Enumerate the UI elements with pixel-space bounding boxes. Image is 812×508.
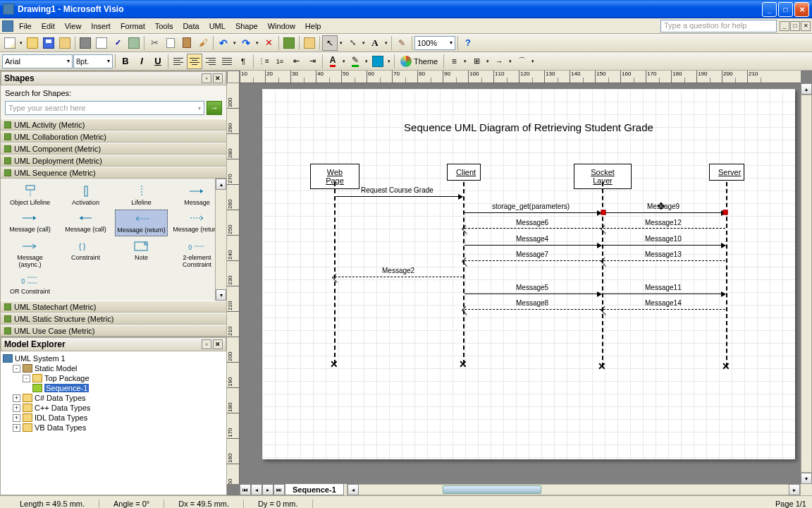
selection-endpoint[interactable] (723, 210, 728, 215)
horizontal-scrollbar[interactable]: ◂ ▸ (347, 484, 801, 495)
vertical-ruler[interactable]: 3002902802702602502402302202102001901801… (227, 83, 240, 484)
menu-file[interactable]: File (14, 20, 37, 32)
model-explorer-autohide-button[interactable]: ▫ (202, 339, 211, 349)
spelling-button[interactable]: ✓ (110, 35, 125, 51)
selection-endpoint[interactable] (601, 210, 606, 215)
shape-master[interactable]: Message (async.) (4, 238, 56, 270)
connector-tool-button[interactable]: ⤡ (345, 35, 360, 51)
align-justify-button[interactable] (219, 54, 235, 69)
maximize-button[interactable]: □ (778, 2, 793, 17)
tree-idl-types[interactable]: +IDL Data Types (3, 413, 224, 423)
message-arrow[interactable] (335, 196, 462, 197)
redo-button[interactable]: ↶ (238, 35, 254, 51)
stencil-scroll-down[interactable]: ▾ (216, 289, 226, 301)
lifeline-client[interactable]: Client (447, 164, 481, 181)
line-weight-button[interactable]: ≡ (446, 54, 462, 69)
help-button[interactable]: ? (460, 35, 476, 51)
shape-master[interactable]: Message (return) (115, 210, 168, 236)
stencil-uml-component[interactable]: UML Component (Metric) (1, 143, 226, 155)
sheet-tab-sequence-1[interactable]: Sequence-1 (285, 484, 344, 495)
menu-uml[interactable]: UML (204, 20, 230, 32)
stencil-scrollbar[interactable]: ▴ ▾ (215, 179, 226, 301)
sheet-next-button[interactable]: ▸ (262, 484, 273, 495)
scroll-left-button[interactable]: ◂ (347, 484, 359, 495)
shape-master[interactable]: Message (call) (4, 210, 56, 236)
underline-button[interactable]: U (150, 54, 166, 69)
menu-insert[interactable]: Insert (86, 20, 116, 32)
menu-view[interactable]: View (60, 20, 87, 32)
print-button[interactable] (78, 35, 93, 51)
scroll-down-button[interactable]: ▾ (801, 473, 812, 484)
stencil-uml-activity[interactable]: UML Activity (Metric) (1, 119, 226, 131)
text-tool-button[interactable]: A (367, 35, 383, 51)
stencil-scroll-up[interactable]: ▴ (216, 179, 226, 190)
scroll-thumb[interactable] (443, 485, 541, 494)
undo-button[interactable]: ↶ (216, 35, 231, 51)
align-center-button[interactable] (187, 54, 202, 69)
message-return-arrow[interactable] (603, 309, 725, 310)
italic-button[interactable]: I (134, 54, 149, 69)
fill-color-button[interactable] (370, 54, 386, 69)
menu-window[interactable]: Window (263, 20, 300, 32)
align-left-button[interactable] (171, 54, 186, 69)
line-color-button[interactable]: ✎ (347, 54, 363, 69)
shape-master[interactable]: { }Constraint (59, 238, 112, 270)
vertical-scrollbar[interactable]: ▴ ▾ (801, 83, 812, 484)
stencil-uml-use-case[interactable]: UML Use Case (Metric) (1, 325, 226, 337)
menu-format[interactable]: Format (116, 20, 150, 32)
message-return-arrow[interactable] (603, 228, 725, 229)
message-return-arrow[interactable] (465, 260, 601, 261)
distribute-button[interactable]: ¶ (235, 54, 251, 69)
scroll-right-button[interactable]: ▸ (789, 484, 800, 495)
menu-tools[interactable]: Tools (150, 20, 178, 32)
copy-button[interactable] (163, 35, 178, 51)
stencil-uml-collaboration[interactable]: UML Collaboration (Metric) (1, 131, 226, 143)
shapes-close-button[interactable]: ✕ (213, 73, 223, 83)
search-go-button[interactable]: → (207, 101, 222, 115)
tree-cpp-types[interactable]: +C++ Data Types (3, 403, 224, 413)
line-pattern-button[interactable]: ⊞ (469, 54, 484, 69)
shape-master[interactable]: Note (115, 238, 168, 270)
horizontal-ruler[interactable]: 1020304050607080901001101201301401501601… (240, 71, 801, 83)
minimize-button[interactable]: _ (762, 2, 777, 17)
message-return-arrow[interactable] (465, 309, 601, 310)
sheet-last-button[interactable]: ⏭ (273, 484, 285, 495)
stencil-uml-sequence[interactable]: UML Sequence (Metric) (1, 167, 226, 179)
close-button[interactable]: ✕ (794, 2, 809, 17)
menu-shape[interactable]: Shape (230, 20, 263, 32)
cut-button[interactable]: ✂ (147, 35, 162, 51)
tree-root[interactable]: UML System 1 (3, 353, 224, 363)
bold-button[interactable]: B (118, 54, 133, 69)
shape-master[interactable]: Lifeline (115, 183, 168, 208)
help-search-box[interactable]: Type a question for help (660, 20, 777, 32)
stencil-uml-static-structure[interactable]: UML Static Structure (Metric) (1, 313, 226, 325)
tree-vb-types[interactable]: +VB Data Types (3, 423, 224, 433)
message-arrow[interactable] (603, 294, 725, 294)
stencil-uml-deployment[interactable]: UML Deployment (Metric) (1, 155, 226, 167)
sheet-first-button[interactable]: ⏮ (240, 484, 251, 495)
stencil-uml-statechart[interactable]: UML Statechart (Metric) (1, 301, 226, 313)
save-button[interactable] (41, 35, 56, 51)
delete-button[interactable]: ✕ (261, 35, 276, 51)
shape-master[interactable]: Activation (59, 183, 112, 208)
ink-button[interactable]: ✎ (394, 35, 410, 51)
format-painter-button[interactable]: 🖌 (195, 35, 211, 51)
app-menu-icon[interactable] (1, 18, 14, 34)
line-ends-button[interactable]: → (491, 54, 507, 69)
message-arrow-selected[interactable] (603, 212, 725, 213)
paste-button[interactable] (179, 35, 195, 51)
menu-edit[interactable]: Edit (37, 20, 60, 32)
tree-csharp-types[interactable]: +C# Data Types (3, 393, 224, 403)
message-arrow[interactable] (603, 245, 725, 246)
bullets-button[interactable]: ⋮≡ (256, 54, 271, 69)
shape-master[interactable]: Message (call) (59, 210, 112, 236)
font-name-combo[interactable]: Arial▾ (2, 54, 73, 68)
shapes-window-button[interactable] (281, 35, 297, 51)
zoom-combo[interactable]: 100%▾ (414, 36, 455, 50)
lifeline-server[interactable]: Server (709, 164, 744, 181)
message-arrow[interactable] (465, 294, 601, 294)
corner-rounding-button[interactable]: ⌒ (514, 54, 529, 69)
tree-sequence-1[interactable]: Sequence-1 (3, 383, 224, 393)
print-preview-button[interactable] (94, 35, 109, 51)
message-return-arrow[interactable] (603, 260, 725, 261)
